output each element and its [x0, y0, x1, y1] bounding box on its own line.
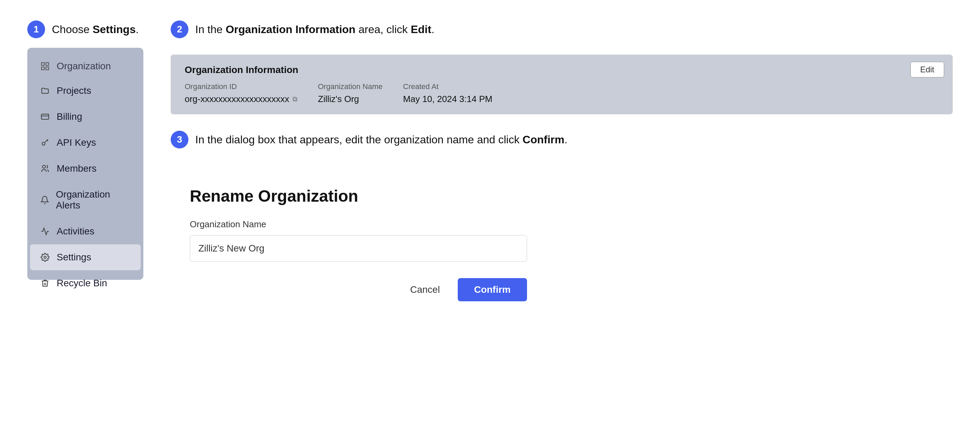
org-field-created: Created At May 10, 2024 3:14 PM: [403, 82, 493, 105]
sidebar-item-projects[interactable]: Projects: [27, 78, 143, 104]
step3-badge: 3: [171, 131, 188, 148]
right-content: 2 In the Organization Information area, …: [171, 21, 953, 411]
step3-bold: Confirm: [523, 133, 565, 146]
org-info-title: Organization Information: [185, 65, 939, 75]
step1-text: Choose Settings.: [52, 23, 138, 36]
svg-rect-2: [41, 67, 45, 70]
rename-actions: Cancel Confirm: [190, 278, 527, 301]
copy-icon[interactable]: ⧉: [293, 95, 298, 103]
step2-badge: 2: [171, 21, 188, 38]
rename-dialog: Rename Organization Organization Name Ca…: [171, 170, 546, 318]
org-name-value: Zilliz's Org: [318, 94, 383, 105]
sidebar-item-billing[interactable]: Billing: [27, 104, 143, 130]
trash-icon: [40, 278, 51, 289]
settings-label: Settings: [57, 252, 91, 263]
cancel-button[interactable]: Cancel: [401, 279, 450, 301]
svg-point-7: [42, 165, 45, 168]
step1-badge: 1: [27, 21, 45, 38]
rename-input[interactable]: [190, 235, 527, 262]
org-icon: [40, 61, 51, 71]
sidebar-item-members[interactable]: Members: [27, 156, 143, 181]
billing-icon: [40, 111, 51, 122]
step3-text: In the dialog box that appears, edit the…: [195, 133, 567, 146]
sidebar-item-recycle-bin[interactable]: Recycle Bin: [27, 270, 143, 296]
settings-icon: [40, 252, 51, 263]
svg-rect-3: [46, 67, 48, 70]
step3-section: 3 In the dialog box that appears, edit t…: [171, 131, 953, 318]
sidebar-org-label: Organization: [57, 61, 111, 71]
step1-bold: Settings: [92, 23, 135, 35]
confirm-button[interactable]: Confirm: [458, 278, 527, 301]
members-icon: [40, 163, 51, 174]
edit-button[interactable]: Edit: [910, 62, 944, 78]
activities-label: Activities: [57, 226, 94, 237]
org-created-value: May 10, 2024 3:14 PM: [403, 94, 493, 105]
svg-rect-0: [41, 63, 45, 65]
rename-field-label: Organization Name: [190, 219, 527, 230]
sidebar-item-settings[interactable]: Settings: [30, 244, 141, 270]
org-name-label: Organization Name: [318, 82, 383, 91]
step2-bold1: Organization Information: [226, 23, 355, 35]
org-id-label: Organization ID: [185, 82, 298, 91]
svg-rect-4: [41, 114, 49, 119]
svg-rect-1: [46, 63, 48, 65]
alert-icon: [40, 194, 50, 205]
sidebar: Organization Projects: [27, 48, 143, 280]
org-field-id: Organization ID org-xxxxxxxxxxxxxxxxxxxx…: [185, 82, 298, 105]
step2-text: In the Organization Information area, cl…: [195, 23, 434, 36]
sidebar-item-org-alerts[interactable]: Organization Alerts: [27, 181, 143, 218]
org-id-value: org-xxxxxxxxxxxxxxxxxxxx ⧉: [185, 94, 298, 105]
org-alerts-label: Organization Alerts: [56, 189, 131, 211]
projects-label: Projects: [57, 85, 91, 96]
members-label: Members: [57, 163, 97, 174]
svg-point-6: [42, 142, 45, 145]
step1-header: 1 Choose Settings.: [27, 21, 143, 38]
recycle-bin-label: Recycle Bin: [57, 278, 107, 289]
sidebar-item-activities[interactable]: Activities: [27, 218, 143, 244]
step2-bold2: Edit: [410, 23, 431, 35]
org-info-fields: Organization ID org-xxxxxxxxxxxxxxxxxxxx…: [185, 82, 939, 105]
step2-header: 2 In the Organization Information area, …: [171, 21, 953, 38]
org-info-card: Organization Information Edit Organizati…: [171, 55, 953, 114]
rename-dialog-title: Rename Organization: [190, 187, 527, 205]
org-field-name: Organization Name Zilliz's Org: [318, 82, 383, 105]
api-keys-label: API Keys: [57, 137, 96, 148]
billing-label: Billing: [57, 111, 82, 122]
svg-point-8: [44, 256, 46, 259]
step2-section: 2 In the Organization Information area, …: [171, 21, 953, 114]
sidebar-item-api-keys[interactable]: API Keys: [27, 130, 143, 156]
step3-header: 3 In the dialog box that appears, edit t…: [171, 131, 953, 148]
activity-icon: [40, 226, 51, 237]
key-icon: [40, 137, 51, 148]
folder-icon: [40, 85, 51, 96]
sidebar-org-header: Organization: [27, 55, 143, 78]
org-created-label: Created At: [403, 82, 493, 91]
